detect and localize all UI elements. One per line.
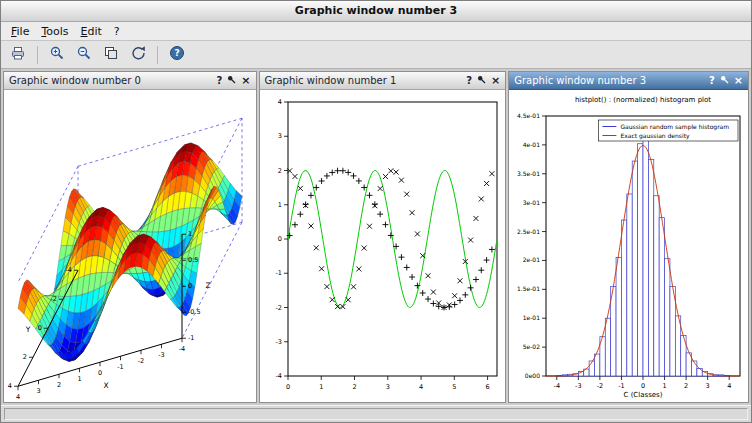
svg-text:2e-01: 2e-01	[523, 256, 540, 263]
svg-text:1.5e-01: 1.5e-01	[517, 285, 540, 292]
svg-text:2.5e-01: 2.5e-01	[517, 228, 540, 235]
svg-text:-2: -2	[597, 382, 603, 390]
panel-help-icon[interactable]: ?	[466, 76, 472, 86]
svg-text:2: 2	[684, 382, 688, 390]
svg-text:?: ?	[174, 48, 179, 58]
panel-1-controls: ? ×	[466, 75, 500, 86]
svg-text:1: 1	[663, 382, 667, 390]
svg-text:4e-01: 4e-01	[523, 141, 540, 148]
panel-close-icon[interactable]: ×	[491, 75, 500, 86]
svg-text:2: 2	[57, 381, 61, 389]
toolbar-separator	[157, 46, 158, 64]
svg-text:1: 1	[188, 230, 192, 238]
svg-text:-4: -4	[275, 372, 281, 380]
svg-text:-4: -4	[66, 266, 72, 274]
menu-file[interactable]: File	[5, 24, 35, 39]
panel-pin-icon[interactable]	[720, 75, 729, 86]
svg-text:-1: -1	[618, 382, 624, 390]
svg-text:-3: -3	[275, 338, 281, 346]
svg-text:-4: -4	[554, 382, 560, 390]
svg-text:4: 4	[8, 382, 12, 390]
svg-text:-1: -1	[275, 269, 281, 277]
svg-text:5: 5	[452, 383, 456, 391]
svg-text:-3: -3	[575, 382, 581, 390]
svg-text:0: 0	[277, 235, 281, 243]
statusbar	[1, 405, 751, 422]
svg-text:0: 0	[641, 382, 645, 390]
svg-text:-4: -4	[179, 345, 185, 353]
panel-pin-icon[interactable]	[477, 75, 486, 86]
menu-edit[interactable]: Edit	[75, 24, 108, 39]
svg-text:3: 3	[706, 382, 710, 390]
svg-text:1: 1	[277, 201, 281, 209]
svg-text:4.5e-01: 4.5e-01	[517, 112, 540, 119]
svg-text:2: 2	[277, 167, 281, 175]
window-title: Graphic window number 3	[295, 4, 457, 17]
svg-text:2: 2	[23, 353, 27, 361]
svg-text:6: 6	[485, 383, 489, 391]
svg-text:5e-02: 5e-02	[523, 343, 540, 350]
panel-0-header[interactable]: Graphic window number 0 ? ×	[4, 72, 256, 90]
graphics-window: Graphic window number 3 File Tools Edit …	[0, 0, 752, 423]
titlebar[interactable]: Graphic window number 3	[1, 1, 751, 22]
panel-pin-icon[interactable]	[227, 75, 236, 86]
svg-text:3e-01: 3e-01	[523, 199, 540, 206]
svg-text:0: 0	[286, 383, 290, 391]
panel-graphic-window-0: Graphic window number 0 ? × 43210-1-2-3-…	[3, 71, 257, 403]
menu-help[interactable]: ?	[108, 24, 126, 39]
chart-canvas-2d-plot[interactable]: 0123456-4-3-2-101234	[260, 90, 506, 402]
svg-text:-1: -1	[188, 334, 194, 342]
svg-text:2: 2	[352, 383, 356, 391]
help-icon: ?	[169, 45, 185, 64]
zoom-in-icon	[49, 45, 65, 64]
panel-graphic-window-1: Graphic window number 1 ? × 0123456-4-3-…	[259, 71, 507, 403]
svg-text:histplot() : (normalized) hist: histplot() : (normalized) histogram plot	[575, 96, 711, 104]
svg-text:-2: -2	[275, 304, 281, 312]
print-button[interactable]	[6, 43, 30, 67]
svg-text:4: 4	[727, 382, 731, 390]
svg-text:1: 1	[319, 383, 323, 391]
chart-canvas-surface[interactable]: 43210-1-2-3-4-4-2024-1-0.500.51XYZ	[4, 90, 256, 402]
svg-text:Z: Z	[205, 281, 210, 290]
printer-icon	[10, 45, 26, 64]
svg-text:X: X	[103, 381, 108, 390]
zoom-out-button[interactable]	[72, 43, 96, 67]
status-message-area	[4, 408, 748, 420]
menubar: File Tools Edit ?	[1, 22, 751, 41]
svg-text:Gaussian random sample histogr: Gaussian random sample histogram	[621, 123, 730, 131]
toolbar-separator	[37, 46, 38, 64]
svg-text:C (Classes): C (Classes)	[624, 391, 663, 399]
svg-text:4: 4	[419, 383, 423, 391]
panel-1-header[interactable]: Graphic window number 1 ? ×	[260, 72, 506, 90]
menu-tools[interactable]: Tools	[35, 24, 74, 39]
original-view-button[interactable]	[99, 43, 123, 67]
svg-text:0.5: 0.5	[188, 256, 198, 264]
panel-1-title: Graphic window number 1	[265, 75, 397, 86]
svg-text:0: 0	[38, 324, 42, 332]
panel-help-icon[interactable]: ?	[709, 76, 715, 86]
panel-0-title: Graphic window number 0	[9, 75, 141, 86]
svg-text:Y: Y	[25, 325, 31, 334]
svg-text:-2: -2	[51, 295, 57, 303]
panel-3-header[interactable]: Graphic window number 3 ? ×	[509, 72, 748, 90]
svg-text:4: 4	[16, 393, 20, 401]
panel-graphic-window-3: Graphic window number 3 ? × histplot() :…	[508, 71, 749, 403]
svg-text:3: 3	[385, 383, 389, 391]
svg-text:0: 0	[188, 282, 192, 290]
svg-text:1: 1	[77, 375, 81, 383]
chart-canvas-histogram[interactable]: histplot() : (normalized) histogram plot…	[509, 90, 748, 402]
svg-text:-3: -3	[158, 351, 164, 359]
svg-text:-2: -2	[138, 357, 144, 365]
panel-close-icon[interactable]: ×	[734, 75, 743, 86]
panel-0-controls: ? ×	[217, 75, 251, 86]
help-button[interactable]: ?	[165, 43, 189, 67]
zoom-in-button[interactable]	[45, 43, 69, 67]
zoom-out-icon	[76, 45, 92, 64]
svg-text:-0.5: -0.5	[188, 308, 201, 316]
docked-panels: Graphic window number 0 ? × 43210-1-2-3-…	[1, 69, 751, 405]
svg-text:1e-01: 1e-01	[523, 314, 540, 321]
rotate-3d-button[interactable]	[126, 43, 150, 67]
panel-close-icon[interactable]: ×	[241, 75, 250, 86]
svg-text:3: 3	[277, 132, 281, 140]
panel-help-icon[interactable]: ?	[217, 76, 223, 86]
